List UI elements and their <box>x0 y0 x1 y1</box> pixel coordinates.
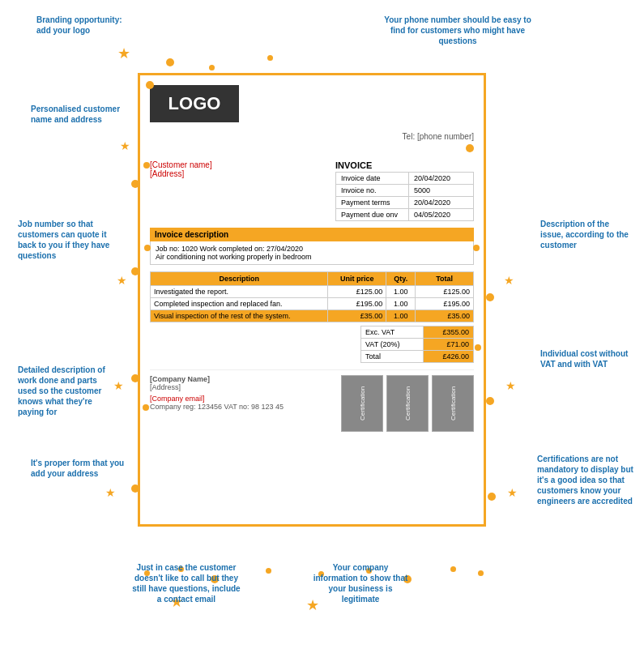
invoice-info-table: Invoice date20/04/2020Invoice no.5000Pay… <box>335 172 474 221</box>
dot-footer <box>143 404 149 411</box>
cert-box: Certification <box>386 375 429 432</box>
items-row: Completed inspection and replaced fan. £… <box>151 298 474 310</box>
items-row: Investigated the report. £125.00 1.00 £1… <box>151 286 474 298</box>
totals-wrapper: Exc. VAT£355.00VAT (20%)£71.00Total£426.… <box>150 326 474 363</box>
field-value: 20/04/2020 <box>409 197 474 209</box>
invoice-field-row: Payment due onv04/05/2020 <box>336 209 474 221</box>
phone-number: Tel: [phone number] <box>403 132 474 141</box>
item-total: £125.00 <box>416 286 474 298</box>
item-total: £35.00 <box>416 310 474 322</box>
field-label: Invoice date <box>336 173 409 185</box>
invoice-top-row: [Customer name] [Address] INVOICE Invoic… <box>150 160 474 221</box>
field-label: Payment terms <box>336 197 409 209</box>
dot-bot-9 <box>478 570 484 576</box>
star-detailed: ★ <box>113 379 124 392</box>
total-label: VAT (20%) <box>361 339 424 351</box>
annotation-address: It's proper form that you add your addre… <box>31 458 128 479</box>
item-total: £195.00 <box>416 298 474 310</box>
annotation-individual: Individual cost without VAT and with VAT <box>540 348 629 369</box>
total-label: Exc. VAT <box>361 326 424 339</box>
annotation-certifications: Certifications are not mandatory to disp… <box>537 454 634 506</box>
certifications-section: CertificationCertificationCertification <box>341 375 474 432</box>
star-address: ★ <box>105 486 116 499</box>
invoice-title: INVOICE <box>335 160 474 170</box>
star-individual: ★ <box>505 379 516 392</box>
total-label: Total <box>361 351 424 363</box>
star-description: ★ <box>504 274 514 287</box>
field-value: 20/04/2020 <box>409 173 474 185</box>
inv-desc-body: Job no: 1020 Work completed on: 27/04/20… <box>150 241 474 265</box>
annotation-detailed: Detailed description of work done and pa… <box>18 365 115 417</box>
annotation-description: Description of the issue, according to t… <box>540 219 629 250</box>
logo-box: LOGO <box>150 85 239 122</box>
customer-block: [Customer name] [Address] <box>150 160 212 178</box>
footer-company: [Company Name] <box>150 375 284 383</box>
dot-3 <box>267 55 273 61</box>
item-desc: Investigated the report. <box>151 286 328 298</box>
total-value: £71.00 <box>423 339 473 351</box>
logo-text: LOGO <box>168 93 221 113</box>
invoice-field-row: Payment terms20/04/2020 <box>336 197 474 209</box>
dot-bot-4 <box>266 568 271 574</box>
field-value: 04/05/2020 <box>409 209 474 221</box>
customer-name: [Customer name] <box>150 160 212 169</box>
field-value: 5000 <box>409 185 474 197</box>
total-row: VAT (20%)£71.00 <box>361 339 474 351</box>
items-row: Visual inspection of the rest of the sys… <box>151 310 474 322</box>
dot-desc-right2 <box>473 245 480 251</box>
invoice-document: LOGO Tel: [phone number] [Customer name]… <box>138 73 486 527</box>
footer-reg: Company reg: 123456 VAT no: 98 123 45 <box>150 403 284 411</box>
invoice-footer: [Company Name] [Address] [Company email]… <box>150 369 474 432</box>
annotation-phone: Your phone number should be easy to find… <box>377 15 539 46</box>
field-label: Invoice no. <box>336 185 409 197</box>
dot-desc-left <box>144 245 151 251</box>
total-row: Total£426.00 <box>361 351 474 363</box>
footer-left: [Company Name] [Address] [Company email]… <box>150 375 284 411</box>
item-desc: Visual inspection of the rest of the sys… <box>151 310 328 322</box>
cert-box: Certification <box>432 375 474 432</box>
items-col-header: Total <box>416 272 474 286</box>
items-table: DescriptionUnit priceQty.Total Investiga… <box>150 271 474 322</box>
item-qty: 1.00 <box>386 310 416 322</box>
items-col-header: Unit price <box>328 272 386 286</box>
item-desc: Completed inspection and replaced fan. <box>151 298 328 310</box>
total-value: £355.00 <box>423 326 473 339</box>
dot-bot-8 <box>450 566 456 572</box>
annotation-personalised: Personalised customer name and address <box>31 104 128 125</box>
star-certifications: ★ <box>507 486 518 499</box>
annotation-branding: Branding opportunity: add your logo <box>36 15 134 36</box>
dot-phone <box>466 144 474 152</box>
item-price: £195.00 <box>328 298 386 310</box>
customer-dot <box>143 162 150 169</box>
dot-desc-right <box>486 293 494 301</box>
star-jobnumber: ★ <box>117 274 127 287</box>
annotation-company-info: Your company information to show that yo… <box>312 562 409 604</box>
items-col-header: Description <box>151 272 328 286</box>
invoice-description-section: Invoice description Job no: 1020 Work co… <box>150 228 474 265</box>
item-qty: 1.00 <box>386 298 416 310</box>
desc-job: Job no: 1020 Work completed on: 27/04/20… <box>156 245 468 253</box>
items-col-header: Qty. <box>386 272 416 286</box>
annotation-jobnumber: Job number so that customers can quote i… <box>18 219 115 261</box>
total-value: £426.00 <box>423 351 473 363</box>
dot-2 <box>209 65 215 70</box>
dot-cert-right <box>488 493 496 501</box>
totals-table: Exc. VAT£355.00VAT (20%)£71.00Total£426.… <box>360 326 474 363</box>
invoice-field-row: Invoice date20/04/2020 <box>336 173 474 185</box>
dot-1 <box>166 58 174 66</box>
item-qty: 1.00 <box>386 286 416 298</box>
invoice-field-row: Invoice no.5000 <box>336 185 474 197</box>
desc-detail: Air conditioning not working properly in… <box>156 253 468 261</box>
invoice-header: LOGO Tel: [phone number] <box>150 85 474 154</box>
footer-email: [Company email] <box>150 395 284 403</box>
customer-address: [Address] <box>150 169 212 178</box>
item-price: £35.00 <box>328 310 386 322</box>
field-label: Payment due onv <box>336 209 409 221</box>
footer-address: [Address] <box>150 383 284 391</box>
annotation-contact: Just in case the customer doesn't like t… <box>130 562 243 604</box>
star-personalised: ★ <box>120 139 130 152</box>
invoice-right-block: INVOICE Invoice date20/04/2020Invoice no… <box>335 160 474 221</box>
phone-section: Tel: [phone number] <box>403 85 474 154</box>
cert-box: Certification <box>341 375 383 432</box>
dot-totals-right <box>475 344 481 351</box>
